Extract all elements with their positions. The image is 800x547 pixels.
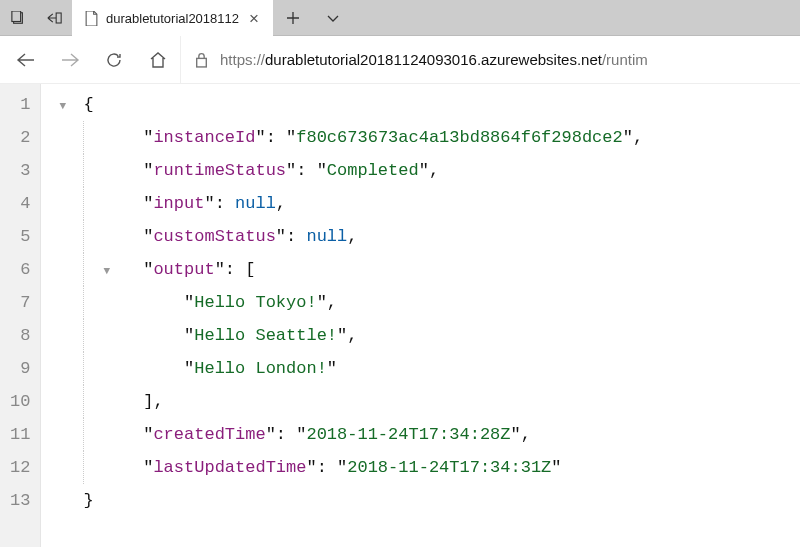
navigation-bar: https://durabletutorial20181124093016.az… xyxy=(0,36,800,84)
code-line: "Hello Tokyo!", xyxy=(83,286,800,319)
svg-rect-3 xyxy=(197,58,207,67)
url-host: durabletutorial20181124093016.azurewebsi… xyxy=(265,51,602,68)
line-number: 7 xyxy=(10,286,30,319)
line-number: 12 xyxy=(10,451,30,484)
url-path: /runtim xyxy=(602,51,648,68)
line-number: 9 xyxy=(10,352,30,385)
tab-menu-button[interactable] xyxy=(313,0,353,36)
line-number: 10 xyxy=(10,385,30,418)
code-area[interactable]: ▼ { "instanceId": "f80c673673ac4a13bd886… xyxy=(41,84,800,547)
code-line: } xyxy=(83,484,800,517)
line-number: 4 xyxy=(10,187,30,220)
json-viewer: 1 2 3 4 5 6 7 8 9 10 11 12 13 ▼ { "insta… xyxy=(0,84,800,547)
line-number-gutter: 1 2 3 4 5 6 7 8 9 10 11 12 13 xyxy=(0,84,41,547)
code-line: "customStatus": null, xyxy=(83,220,800,253)
svg-rect-1 xyxy=(12,11,21,22)
address-bar[interactable]: https://durabletutorial20181124093016.az… xyxy=(180,36,796,84)
forward-button[interactable] xyxy=(48,36,92,84)
set-aside-icon[interactable] xyxy=(36,0,72,36)
url-protocol: https:// xyxy=(220,51,265,68)
chevron-down-icon[interactable]: ▼ xyxy=(59,90,66,123)
new-tab-button[interactable] xyxy=(273,0,313,36)
close-tab-button[interactable]: × xyxy=(247,10,261,27)
home-button[interactable] xyxy=(136,36,180,84)
code-line: "input": null, xyxy=(83,187,800,220)
code-line: "createdTime": "2018-11-24T17:34:28Z", xyxy=(83,418,800,451)
chevron-down-icon[interactable]: ▼ xyxy=(103,255,110,288)
line-number: 3 xyxy=(10,154,30,187)
page-icon xyxy=(84,11,98,25)
code-line: "runtimeStatus": "Completed", xyxy=(83,154,800,187)
tab-controls xyxy=(0,0,72,36)
svg-rect-2 xyxy=(56,13,61,23)
line-number: 1 xyxy=(10,88,30,121)
code-line: "instanceId": "f80c673673ac4a13bd8864f6f… xyxy=(83,121,800,154)
line-number: 2 xyxy=(10,121,30,154)
code-line: { xyxy=(83,88,800,121)
back-button[interactable] xyxy=(4,36,48,84)
line-number: 11 xyxy=(10,418,30,451)
code-line: "Hello Seattle!", xyxy=(83,319,800,352)
url-text: https://durabletutorial20181124093016.az… xyxy=(220,51,648,68)
window-titlebar: durabletutorial2018112 × xyxy=(0,0,800,36)
code-line: "Hello London!" xyxy=(83,352,800,385)
line-number: 8 xyxy=(10,319,30,352)
lock-icon xyxy=(195,52,208,68)
line-number: 5 xyxy=(10,220,30,253)
code-line: ], xyxy=(83,385,800,418)
code-line: "output": [ xyxy=(83,253,800,286)
line-number: 13 xyxy=(10,484,30,517)
tab-title: durabletutorial2018112 xyxy=(106,11,239,26)
tabs-aside-icon[interactable] xyxy=(0,0,36,36)
browser-tab[interactable]: durabletutorial2018112 × xyxy=(72,0,273,36)
refresh-button[interactable] xyxy=(92,36,136,84)
line-number: 6 xyxy=(10,253,30,286)
titlebar-rest xyxy=(273,0,800,36)
code-line: "lastUpdatedTime": "2018-11-24T17:34:31Z… xyxy=(83,451,800,484)
